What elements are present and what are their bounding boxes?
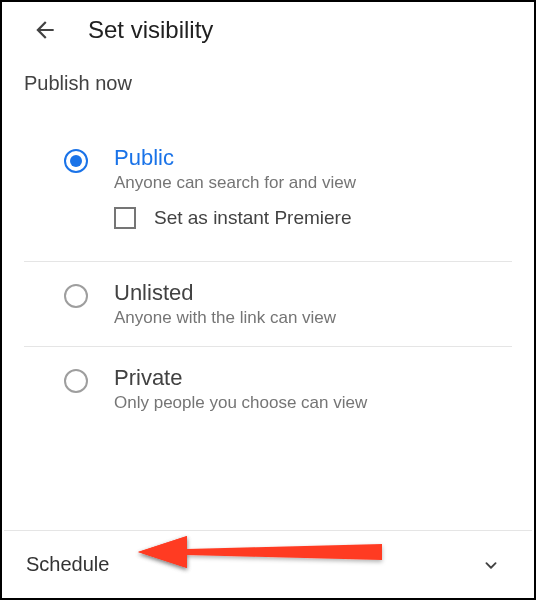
option-private-desc: Only people you choose can view bbox=[114, 393, 512, 413]
instant-premiere-label: Set as instant Premiere bbox=[154, 207, 351, 229]
section-label: Publish now bbox=[2, 54, 534, 95]
visibility-options: Public Anyone can search for and view Se… bbox=[2, 95, 534, 431]
option-private-title: Private bbox=[114, 365, 512, 391]
option-unlisted-text: Unlisted Anyone with the link can view bbox=[114, 280, 512, 328]
schedule-label: Schedule bbox=[26, 553, 109, 576]
arrow-left-icon bbox=[32, 17, 58, 43]
option-private-text: Private Only people you choose can view bbox=[114, 365, 512, 413]
option-public-block: Public Anyone can search for and view Se… bbox=[24, 145, 512, 262]
option-private[interactable]: Private Only people you choose can view bbox=[24, 347, 512, 431]
back-button[interactable] bbox=[32, 17, 58, 43]
option-public[interactable]: Public Anyone can search for and view Se… bbox=[24, 145, 512, 261]
option-public-desc: Anyone can search for and view bbox=[114, 173, 512, 193]
option-unlisted-desc: Anyone with the link can view bbox=[114, 308, 512, 328]
option-unlisted-title: Unlisted bbox=[114, 280, 512, 306]
schedule-section[interactable]: Schedule bbox=[4, 530, 532, 598]
radio-private[interactable] bbox=[64, 369, 88, 393]
radio-unlisted[interactable] bbox=[64, 284, 88, 308]
instant-premiere-checkbox[interactable] bbox=[114, 207, 136, 229]
page-title: Set visibility bbox=[88, 16, 213, 44]
radio-public[interactable] bbox=[64, 149, 88, 173]
option-public-text: Public Anyone can search for and view Se… bbox=[114, 145, 512, 251]
header: Set visibility bbox=[2, 2, 534, 54]
option-public-title: Public bbox=[114, 145, 512, 171]
instant-premiere-row[interactable]: Set as instant Premiere bbox=[114, 193, 512, 251]
option-unlisted[interactable]: Unlisted Anyone with the link can view bbox=[24, 262, 512, 347]
chevron-down-icon bbox=[480, 554, 502, 576]
